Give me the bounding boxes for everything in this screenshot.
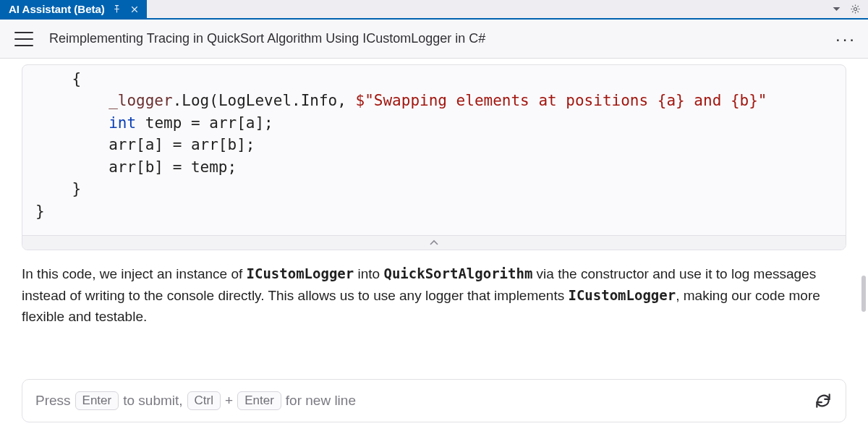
explain-text: In this code, we inject an instance of	[22, 266, 247, 281]
chat-title: Reimplementing Tracing in QuickSort Algo…	[49, 31, 820, 46]
gear-icon[interactable]	[849, 4, 861, 15]
window-tab-strip: AI Assistant (Beta)	[0, 0, 868, 20]
chat-area: { _logger.Log(LogLevel.Info, $"Swapping …	[0, 59, 868, 379]
close-icon[interactable]	[129, 4, 140, 14]
inline-code: ICustomLogger	[247, 265, 354, 281]
window-tab-spacer	[147, 0, 823, 18]
window-right-controls	[823, 0, 868, 18]
ph-text: to submit,	[123, 393, 182, 409]
keycap-ctrl: Ctrl	[187, 391, 221, 410]
chat-toolbar: Reimplementing Tracing in QuickSort Algo…	[0, 20, 868, 59]
code-content: { _logger.Log(LogLevel.Info, $"Swapping …	[35, 68, 833, 222]
inline-code: ICustomLogger	[568, 287, 676, 303]
ph-text: for new line	[286, 393, 356, 409]
pin-icon[interactable]	[112, 4, 122, 14]
window-tab-label: AI Assistant (Beta)	[9, 3, 105, 15]
svg-point-0	[854, 7, 856, 10]
window-tab-ai-assistant[interactable]: AI Assistant (Beta)	[0, 0, 147, 18]
explain-text: into	[354, 266, 383, 281]
more-options-icon[interactable]: ···	[835, 35, 856, 43]
composer-placeholder: Press Enter to submit, Ctrl + Enter for …	[35, 391, 802, 410]
ph-text: +	[225, 393, 233, 409]
composer-area: Press Enter to submit, Ctrl + Enter for …	[0, 379, 868, 434]
code-block: { _logger.Log(LogLevel.Info, $"Swapping …	[22, 64, 846, 250]
code-scroll[interactable]: { _logger.Log(LogLevel.Info, $"Swapping …	[22, 65, 846, 235]
collapse-code-icon[interactable]	[22, 235, 846, 250]
composer-input[interactable]: Press Enter to submit, Ctrl + Enter for …	[22, 379, 846, 422]
chevron-down-icon[interactable]	[830, 4, 842, 15]
keycap-enter: Enter	[75, 391, 119, 410]
assistant-message: In this code, we inject an instance of I…	[22, 263, 846, 344]
regenerate-icon[interactable]	[814, 391, 833, 410]
keycap-enter: Enter	[237, 391, 281, 410]
inline-code: QuickSortAlgorithm	[383, 265, 532, 281]
hamburger-menu-icon[interactable]	[14, 32, 33, 46]
chat-scroll[interactable]: { _logger.Log(LogLevel.Info, $"Swapping …	[0, 59, 868, 379]
ph-text: Press	[35, 393, 71, 409]
